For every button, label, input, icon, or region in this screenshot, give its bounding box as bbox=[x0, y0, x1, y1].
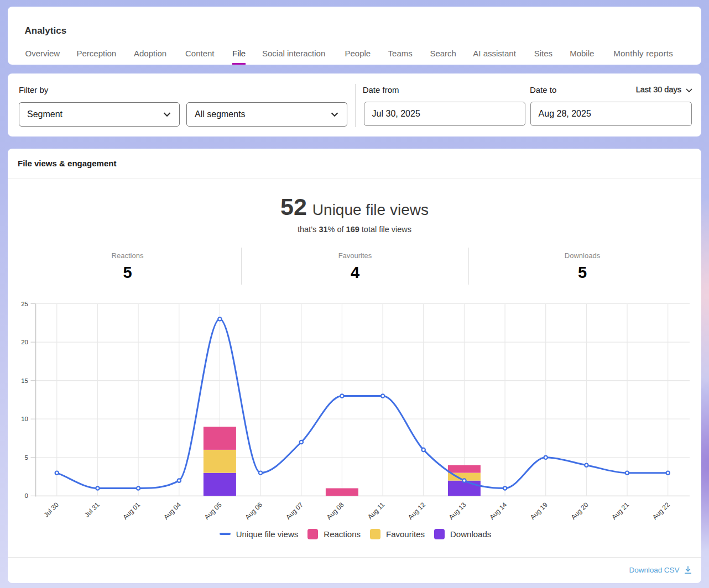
svg-text:Aug 22: Aug 22 bbox=[651, 501, 671, 521]
svg-text:Aug 20: Aug 20 bbox=[570, 501, 590, 521]
svg-text:Aug 12: Aug 12 bbox=[406, 501, 427, 521]
svg-text:Aug 08: Aug 08 bbox=[325, 501, 346, 521]
svg-text:20: 20 bbox=[21, 339, 28, 345]
svg-text:Jul 30: Jul 30 bbox=[42, 501, 60, 519]
svg-text:Aug 11: Aug 11 bbox=[366, 501, 386, 521]
svg-text:10: 10 bbox=[21, 416, 28, 422]
svg-text:Aug 13: Aug 13 bbox=[447, 501, 468, 521]
svg-text:25: 25 bbox=[21, 301, 28, 307]
svg-text:0: 0 bbox=[25, 492, 28, 499]
svg-text:Aug 14: Aug 14 bbox=[488, 501, 508, 521]
svg-text:Aug 19: Aug 19 bbox=[529, 501, 549, 521]
svg-text:15: 15 bbox=[21, 377, 28, 384]
svg-text:5: 5 bbox=[25, 454, 28, 461]
svg-text:Aug 07: Aug 07 bbox=[284, 501, 305, 521]
svg-text:Aug 04: Aug 04 bbox=[162, 501, 183, 521]
svg-text:Aug 21: Aug 21 bbox=[610, 501, 630, 521]
svg-text:Jul 31: Jul 31 bbox=[83, 501, 101, 519]
svg-text:Aug 06: Aug 06 bbox=[243, 501, 264, 521]
svg-text:Aug 01: Aug 01 bbox=[121, 501, 142, 521]
svg-text:Aug 05: Aug 05 bbox=[203, 501, 223, 521]
